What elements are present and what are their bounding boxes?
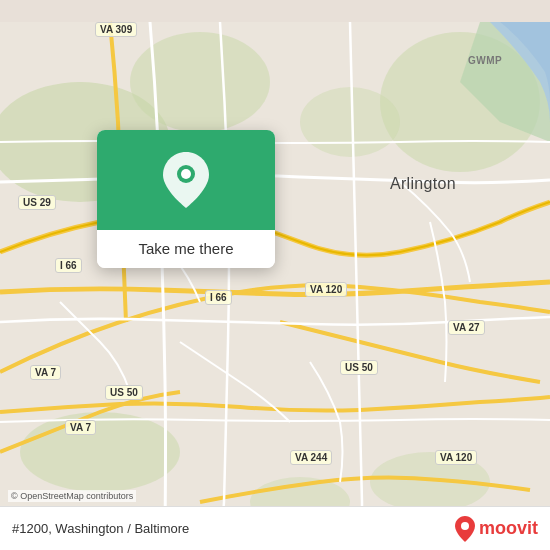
- popup-card: Take me there: [97, 130, 275, 268]
- svg-point-6: [20, 412, 180, 492]
- popup-card-green-section: [97, 130, 275, 230]
- city-label-arlington: Arlington: [390, 175, 456, 193]
- bottom-bar: #1200, Washington / Baltimore moovit: [0, 506, 550, 550]
- road-label-va309: VA 309: [95, 22, 137, 37]
- road-label-us29: US 29: [18, 195, 56, 210]
- moovit-pin-icon: [455, 516, 475, 542]
- area-label-gwmp: GWMP: [468, 55, 502, 66]
- road-label-va27: VA 27: [448, 320, 485, 335]
- road-label-us50-left: US 50: [105, 385, 143, 400]
- popup-card-bottom[interactable]: Take me there: [97, 230, 275, 268]
- take-me-there-label[interactable]: Take me there: [138, 240, 233, 257]
- road-label-va7-left: VA 7: [30, 365, 61, 380]
- svg-point-11: [461, 522, 469, 530]
- road-label-va120-mid: VA 120: [305, 282, 347, 297]
- road-label-i66-left: I 66: [55, 258, 82, 273]
- svg-point-10: [181, 169, 191, 179]
- road-label-i66-right: I 66: [205, 290, 232, 305]
- location-text: #1200, Washington / Baltimore: [12, 521, 189, 536]
- map-container: VA 309 US 29 I 66 I 66 VA 120 VA 7 US 50…: [0, 0, 550, 550]
- location-pin-icon: [163, 152, 209, 208]
- road-label-va120-bottom: VA 120: [435, 450, 477, 465]
- map-attribution: © OpenStreetMap contributors: [8, 490, 136, 502]
- moovit-logo-text: moovit: [479, 518, 538, 539]
- moovit-logo: moovit: [455, 516, 538, 542]
- road-label-va7-bottom: VA 7: [65, 420, 96, 435]
- road-label-va244: VA 244: [290, 450, 332, 465]
- road-label-us50-right: US 50: [340, 360, 378, 375]
- svg-point-5: [300, 87, 400, 157]
